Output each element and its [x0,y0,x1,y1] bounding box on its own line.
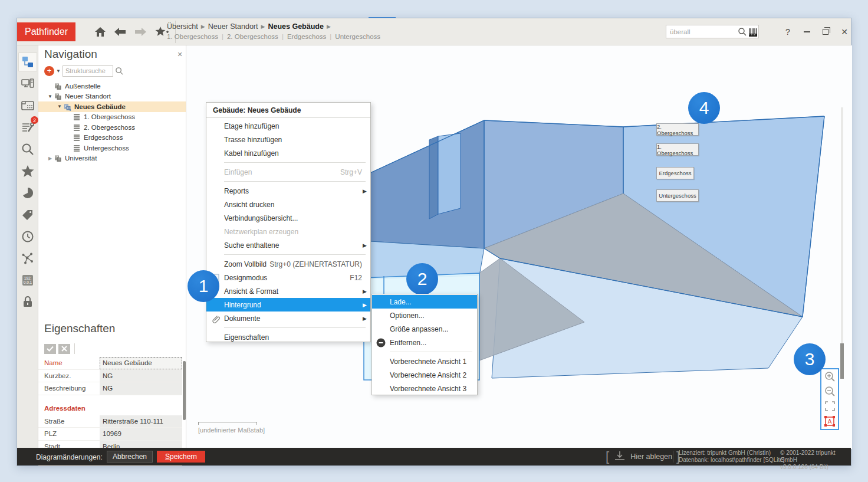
submenu-item-entfernen[interactable]: Entfernen... [372,336,477,349]
context-menu-separator [224,254,366,255]
annotation-mode-button[interactable]: A [821,414,838,428]
scale-label: [undefinierter Maßstab] [198,427,265,434]
context-menu-item-trasse-hinzufügen[interactable]: Trasse hinzufügen [206,133,370,146]
breadcrumb-item[interactable]: Neuer Standort [208,22,258,31]
context-menu-item-hintergrund[interactable]: Hintergrund▶ [206,298,370,312]
breadcrumb-floor-item[interactable]: 1. Obergeschoss [167,33,218,40]
menu-item-label: Etage hinzufügen [224,122,370,130]
canvas-scrollbar-track[interactable] [841,107,843,379]
property-value[interactable]: 10969 [100,428,182,440]
breadcrumb-floors[interactable]: 1. Obergeschoss|2. Obergeschoss|Erdgesch… [167,33,380,40]
barcode-scan-icon[interactable] [749,27,757,37]
submenu-item-größe-anpassen[interactable]: Größe anpassen... [372,322,477,336]
chevron-down-icon[interactable]: ▼ [56,68,61,74]
context-menu-item-zoom-vollbild[interactable]: Zoom VollbildStrg+0 (ZEHNERTASTATUR) [206,257,370,271]
sidebar-item-workplaces[interactable] [18,74,37,93]
floor-button-2-obergeschoss[interactable]: 2. Obergeschoss [656,123,699,136]
tree-item-außenstelle[interactable]: Außenstelle [38,81,186,91]
context-menu-item-verbindungsübersicht[interactable]: Verbindungsübersicht... [206,211,370,225]
help-button[interactable]: ? [779,23,797,41]
tree-item-neues-gebäude[interactable]: ▼Neues Gebäude [38,101,186,112]
sidebar-item-search[interactable] [18,140,37,159]
save-button[interactable]: Speichern [157,451,205,463]
sidebar-item-charts[interactable] [18,183,37,202]
tree-item-untergeschoss[interactable]: Untergeschoss [38,143,186,153]
menu-item-label: Ansicht drucken [224,201,370,209]
tree-item-neuer-standort[interactable]: ▼Neuer Standort [38,91,186,102]
sidebar-item-lock[interactable] [18,293,37,312]
sidebar-item-tags[interactable] [18,205,37,224]
property-value[interactable]: Neues Gebäude [100,357,182,369]
navigation-close-button[interactable]: ✕ [175,50,185,59]
context-menu-item-designmodus[interactable]: ADesignmodusF12 [206,271,370,284]
floor-button-untergeschoss[interactable]: Untergeschoss [656,189,699,202]
tree-item-universität[interactable]: ▶Universität [38,153,186,164]
background-submenu: Lade...Optionen...Größe anpassen...Entfe… [371,294,478,395]
submenu-item-vorberechnete-ansicht-1[interactable]: Vorberechnete Ansicht 1 [372,355,477,368]
tree-item-2-obergeschoss[interactable]: 2. Obergeschoss [38,122,186,133]
forward-button[interactable] [133,25,148,39]
canvas-scrollbar-thumb[interactable] [840,343,844,379]
context-menu-item-dokumente[interactable]: Dokumente▶ [206,312,370,325]
breadcrumb-separator-icon: ▶ [261,24,265,29]
drop-zone[interactable]: [ Hier ablegen ] [606,448,680,465]
context-menu-item-eigenschaften[interactable]: Eigenschaften [206,330,370,344]
property-value[interactable]: NG [100,382,182,395]
zoom-toolbox: A [820,368,839,430]
breadcrumb-floor-item[interactable]: 2. Obergeschoss [227,33,278,40]
breadcrumb-item[interactable]: Übersicht [167,22,198,31]
zoom-in-button[interactable] [821,369,838,384]
close-button[interactable]: ✕ [836,23,853,41]
zoom-out-button[interactable] [821,384,838,399]
context-menu-item-reports[interactable]: Reports▶ [206,184,370,198]
tree-expanded-icon[interactable]: ▼ [56,104,63,109]
badge: 2 [31,116,38,124]
property-value[interactable]: Ritterstraße 110-111 [100,415,182,428]
context-menu-item-ansicht-drucken[interactable]: Ansicht drucken [206,198,370,211]
property-label: Kurzbez. [38,370,100,382]
sidebar-item-topology[interactable] [18,249,37,268]
sidebar-item-history[interactable] [18,227,37,246]
submenu-item-lade[interactable]: Lade... [372,295,477,309]
zoom-fit-button[interactable] [821,399,838,414]
sidebar-item-favorites[interactable] [18,162,37,181]
breadcrumb-floor-item[interactable]: Erdgeschoss [287,33,326,40]
search-icon[interactable] [738,27,747,37]
floor-button-1-obergeschoss[interactable]: 1. Obergeschoss [656,143,699,156]
home-button[interactable] [93,25,108,39]
toolbar-separator [74,343,75,354]
diagram-changes-label: Diagramänderungen: [36,453,103,461]
property-value[interactable]: NG [100,370,182,382]
submenu-item-optionen[interactable]: Optionen... [372,309,477,322]
context-menu-item-kabel-hinzufügen[interactable]: Kabel hinzufügen [206,146,370,160]
tree-collapsed-icon[interactable]: ▶ [47,156,54,161]
apply-button[interactable] [44,344,56,354]
tree-item-erdgeschoss[interactable]: Erdgeschoss [38,133,186,143]
workplaces-icon [21,77,35,91]
context-menu-item-etage-hinzufügen[interactable]: Etage hinzufügen [206,119,370,133]
structure-search-input[interactable] [63,65,113,77]
properties-scrollbar[interactable] [183,361,186,420]
sidebar-item-navigation[interactable] [18,53,37,71]
breadcrumb-path[interactable]: Übersicht▶Neuer Standort▶Neues Gebäude▶ [167,21,380,32]
context-menu-item-ansicht-format[interactable]: Ansicht & Format▶ [206,284,370,298]
tree-expanded-icon[interactable]: ▼ [47,94,54,99]
tree-item-1-obergeschoss[interactable]: 1. Obergeschoss [38,112,186,123]
minimize-button[interactable] [798,23,816,41]
back-button[interactable] [113,25,128,39]
sidebar-item-tasks[interactable]: 2 [18,118,37,137]
breadcrumb-item[interactable]: Neues Gebäude [268,22,323,31]
submenu-item-vorberechnete-ansicht-2[interactable]: Vorberechnete Ansicht 2 [372,368,477,382]
search-input[interactable] [666,28,738,35]
breadcrumb-floor-item[interactable]: Untergeschoss [335,33,380,40]
discard-button[interactable] [58,344,70,354]
sidebar-item-rooms[interactable] [18,96,37,115]
sidebar-item-ip-address[interactable]: 192.0.0.1 [18,271,37,290]
maximize-button[interactable] [817,23,834,41]
submenu-item-vorberechnete-ansicht-3[interactable]: Vorberechnete Ansicht 3 [372,382,477,395]
add-button[interactable]: + [44,66,54,76]
cancel-button[interactable]: Abbrechen [107,451,153,463]
context-menu-item-suche-enthaltene[interactable]: Suche enthaltene▶ [206,238,370,252]
floor-button-erdgeschoss[interactable]: Erdgeschoss [656,167,694,179]
search-icon[interactable] [115,67,124,76]
